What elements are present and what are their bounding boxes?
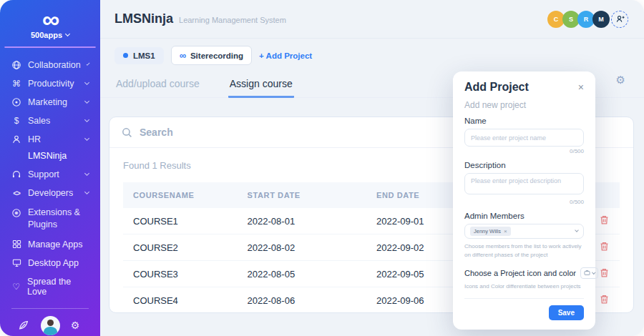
briefcase-icon <box>584 270 590 276</box>
icon-color-helper: Icons and Color differentiate between pr… <box>464 282 584 291</box>
name-char-counter: 0/500 <box>464 148 584 154</box>
sidebar-item-manage-apps[interactable]: Manage Apps <box>11 239 89 249</box>
page-subtitle: Learning Management System <box>179 16 286 24</box>
heart-icon: ♡ <box>11 282 21 292</box>
trash-icon[interactable] <box>599 214 610 225</box>
admin-members-label: Admin Members <box>464 212 584 220</box>
settings-gear-icon[interactable]: ⚙ <box>616 74 625 87</box>
tab-add-upload-course[interactable]: Add/upload course <box>114 74 201 97</box>
chevron-down-icon <box>575 228 579 232</box>
grid-icon <box>11 239 21 249</box>
sidebar-item-sales[interactable]: $ Sales <box>11 116 89 126</box>
target-icon <box>11 97 21 107</box>
tab-assign-course[interactable]: Assign course <box>228 74 294 98</box>
page-title: LMSNinja <box>114 11 173 26</box>
person-icon <box>11 134 21 144</box>
add-project-modal: Add Project × Add new project Name 0/500… <box>453 71 595 330</box>
sidebar-menu: Collaboration ⌘ Productivity Marketing $… <box>0 60 100 239</box>
sidebar-item-collaboration[interactable]: Collaboration <box>11 60 89 70</box>
headset-icon <box>11 169 21 179</box>
user-avatar[interactable] <box>41 316 60 335</box>
sidebar-item-desktop-app[interactable]: Desktop App <box>11 258 89 268</box>
command-icon: ⌘ <box>11 79 21 89</box>
brand: ∞ 500apps <box>0 9 100 39</box>
description-label: Description <box>464 161 584 169</box>
sidebar-item-marketing[interactable]: Marketing <box>11 97 89 107</box>
member-chip: Jenny Wills × <box>470 227 511 236</box>
start-date-cell: 2022-08-06 <box>238 287 366 314</box>
team-avatars: C S R M <box>550 11 628 28</box>
course-name-cell: COURSE2 <box>123 234 238 261</box>
admin-members-helper: Choose members from the list to work act… <box>464 242 584 260</box>
chevron-down-icon <box>84 99 89 104</box>
infinity-logo-icon: ∞ <box>180 50 186 61</box>
course-name-cell: COURSE3 <box>123 261 238 287</box>
trash-icon[interactable] <box>599 267 610 278</box>
project-dot-icon <box>123 53 128 58</box>
course-name-cell: COURSE1 <box>123 208 238 234</box>
project-name-input[interactable] <box>464 129 584 147</box>
plugin-icon <box>11 208 21 218</box>
modal-subtitle: Add new project <box>464 100 584 110</box>
avatar[interactable]: M <box>592 11 610 28</box>
project-chip-lms1[interactable]: LMS1 <box>114 47 164 64</box>
start-date-cell: 2022-08-05 <box>238 261 366 287</box>
column-coursename[interactable]: COURSENAME <box>123 182 238 208</box>
all-apps-button[interactable]: All Apps <box>5 47 49 48</box>
course-name-cell: COURSE4 <box>123 287 238 314</box>
column-start-date[interactable]: START DATE <box>238 182 366 208</box>
description-char-counter: 0/500 <box>464 199 584 205</box>
sidebar-item-lmsninja[interactable]: LMSNinja <box>11 151 89 161</box>
icon-color-row: Choose a Project icon and color <box>464 267 584 279</box>
sidebar-item-developers[interactable]: <> Developers <box>11 188 89 198</box>
topbar: LMSNinja Learning Management System C S … <box>100 0 644 39</box>
chevron-down-icon <box>84 80 89 85</box>
code-icon: <> <box>11 188 21 198</box>
500apps-logo-icon: ∞ <box>0 9 100 30</box>
chevron-down-icon <box>86 62 89 66</box>
project-icon-picker[interactable] <box>580 267 599 279</box>
start-date-cell: 2022-08-01 <box>238 208 366 234</box>
my-apps-button[interactable]: My Apps <box>49 47 94 48</box>
globe-icon <box>11 60 21 70</box>
feather-icon[interactable] <box>18 320 29 331</box>
chevron-down-icon <box>592 270 595 274</box>
save-button[interactable]: Save <box>549 305 584 320</box>
person-add-icon <box>615 14 625 24</box>
close-icon[interactable]: × <box>578 82 584 92</box>
chevron-down-icon <box>84 117 89 122</box>
sidebar-item-productivity[interactable]: ⌘ Productivity <box>11 79 89 89</box>
chevron-down-icon <box>84 136 89 141</box>
chip-remove-icon[interactable]: × <box>504 228 507 234</box>
project-description-input[interactable] <box>464 173 584 194</box>
sidebar: ∞ 500apps All Apps My Apps Collaboration… <box>0 0 100 336</box>
apps-toggle: All Apps My Apps <box>4 46 96 48</box>
sidebar-bottom-bar: ⚙ <box>0 309 100 336</box>
trash-icon[interactable] <box>599 294 610 305</box>
monitor-icon <box>11 258 21 268</box>
modal-divider <box>464 298 584 299</box>
sidebar-item-extensions-plugins[interactable]: Extensions & Plugins <box>11 207 89 231</box>
icon-color-label: Choose a Project icon and color <box>464 269 576 277</box>
sidebar-item-spread-the-love[interactable]: ♡ Spread the Love <box>11 277 89 297</box>
app-window: ∞ 500apps All Apps My Apps Collaboration… <box>0 0 644 336</box>
search-icon <box>122 127 132 138</box>
sidebar-item-support[interactable]: Support <box>11 169 89 179</box>
start-date-cell: 2022-08-02 <box>238 234 366 261</box>
add-member-button[interactable] <box>611 11 628 28</box>
gear-icon[interactable]: ⚙ <box>71 320 82 331</box>
sidebar-item-hr[interactable]: HR <box>11 134 89 144</box>
name-label: Name <box>464 117 584 125</box>
dollar-icon: $ <box>11 116 21 126</box>
add-project-link[interactable]: + Add Project <box>259 51 312 60</box>
chevron-down-icon <box>65 31 70 36</box>
app-chip-siterecording[interactable]: ∞ Siterecording <box>171 46 252 65</box>
chevron-down-icon <box>84 171 89 176</box>
brand-name[interactable]: 500apps <box>0 31 100 39</box>
admin-members-select[interactable]: Jenny Wills × <box>464 224 584 239</box>
trash-icon[interactable] <box>599 241 610 252</box>
search-input[interactable]: Search <box>140 127 173 138</box>
chevron-down-icon <box>84 189 89 194</box>
modal-title: Add Project <box>464 81 529 94</box>
sidebar-footer-menu: Manage Apps Desktop App ♡ Spread the Lov… <box>0 239 100 305</box>
